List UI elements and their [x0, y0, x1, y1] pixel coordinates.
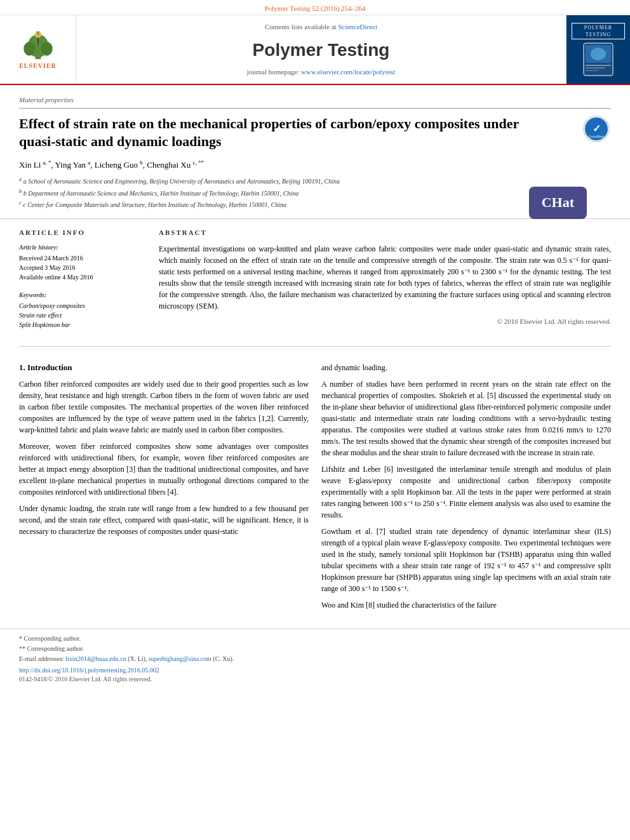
keywords-block: Keywords: Carbon/epoxy composites Strain… [19, 291, 146, 330]
intro-para-3: Under dynamic loading, the strain rate w… [19, 503, 309, 537]
journal-badge-area: POLYMER TESTING [566, 15, 630, 84]
issn-line: 0142-9418/© 2016 Elsevier Ltd. All right… [19, 675, 611, 684]
article-category: Material properties [19, 95, 611, 108]
intro-two-col: 1. Introduction Carbon fiber reinforced … [19, 362, 611, 616]
svg-rect-10 [586, 65, 611, 66]
affiliation-c: c c Center for Composite Materials and S… [19, 199, 611, 210]
svg-text:✓: ✓ [593, 123, 601, 134]
elsevier-tree-icon [16, 29, 60, 60]
body-section: 1. Introduction Carbon fiber reinforced … [0, 356, 630, 622]
author-licheng-guo: Licheng Guo b, [95, 160, 147, 170]
copyright-line: © 2016 Elsevier Ltd. All rights reserved… [159, 317, 611, 326]
journal-citation: Polymer Testing 52 (2016) 254–264 [0, 0, 630, 15]
intro-right-para-2: A number of studies have been performed … [321, 378, 611, 458]
svg-rect-5 [37, 32, 39, 35]
affiliation-b: b b Department of Astronautic Science an… [19, 188, 611, 198]
svg-rect-12 [586, 70, 598, 71]
journal-title: Polymer Testing [253, 37, 390, 62]
authors-line: Xin Li a, *, Ying Yan a, Licheng Guo b, … [19, 159, 611, 171]
svg-point-9 [591, 48, 606, 60]
keywords-label: Keywords: [19, 291, 146, 300]
email-link-1[interactable]: lixin2014@buaa.edu.cn [65, 655, 126, 662]
intro-para-1: Carbon fiber reinforced composites are w… [19, 378, 309, 436]
intro-section-title: 1. Introduction [19, 362, 309, 373]
keyword-3: Split Hopkinson bar [19, 321, 146, 330]
footnote-email: E-mail addresses: lixin2014@buaa.edu.cn … [19, 655, 611, 663]
article-info-heading: ARTICLE INFO [19, 228, 146, 237]
journal-homepage: journal homepage: www.elsevier.com/locat… [247, 67, 395, 77]
article-history: Article history: Received 24 March 2016 … [19, 243, 146, 282]
journal-title-area: Contents lists available at ScienceDirec… [76, 15, 566, 84]
author-xin-li: Xin Li a, *, [19, 160, 55, 170]
article-title: Effect of strain rate on the mechanical … [19, 115, 540, 151]
received-date: Received 24 March 2016 [19, 254, 146, 263]
homepage-link[interactable]: www.elsevier.com/locate/polytest [301, 68, 395, 76]
email-link-2[interactable]: superbighang@sina.com [149, 655, 211, 662]
article-history-label: Article history: [19, 243, 146, 252]
doi-link[interactable]: http://dx.doi.org/10.1016/j.polymertesti… [19, 666, 611, 675]
chat-button[interactable]: CHat [529, 187, 587, 219]
keyword-1: Carbon/epoxy composites [19, 302, 146, 310]
affiliation-a: a a School of Aeronautic Science and Eng… [19, 176, 611, 186]
elsevier-brand-text: ELSEVIER [19, 62, 57, 70]
polymer-testing-badge-icon [582, 42, 614, 77]
abstract-col: ABSTRACT Experimental investigations on … [159, 228, 611, 337]
science-direct-link[interactable]: ScienceDirect [338, 23, 377, 30]
badge-label: POLYMER TESTING [572, 23, 625, 39]
intro-right-col: and dynamic loading. A number of studies… [321, 362, 611, 616]
article-info-abstract: ARTICLE INFO Article history: Received 2… [0, 228, 630, 337]
intro-right-para-4: Gowtham et al. [7] studied strain rate d… [321, 526, 611, 594]
intro-right-para-5: Woo and Kim [8] studied the characterist… [321, 599, 611, 611]
footnote-asterisk2: ** Corresponding author. [19, 644, 611, 653]
svg-point-2 [23, 42, 35, 56]
intro-right-para-3: Lifshitz and Leber [6] investigated the … [321, 463, 611, 521]
contents-available-text: Contents lists available at ScienceDirec… [265, 22, 377, 32]
article-info-col: ARTICLE INFO Article history: Received 2… [19, 228, 146, 337]
svg-point-3 [41, 42, 52, 56]
intro-left-col: 1. Introduction Carbon fiber reinforced … [19, 362, 309, 616]
journal-header: ELSEVIER Contents lists available at Sci… [0, 15, 630, 85]
elsevier-logo-area: ELSEVIER [0, 15, 76, 84]
footnote-area: * Corresponding author. ** Corresponding… [0, 629, 630, 689]
intro-para-2: Moreover, woven fiber reinforced composi… [19, 441, 309, 498]
crossmark-icon: ✓ CrossMark [582, 115, 611, 143]
abstract-text: Experimental investigations on warp-knit… [159, 243, 611, 312]
intro-right-para-1: and dynamic loading. [321, 362, 611, 373]
affiliations: a a School of Aeronautic Science and Eng… [19, 176, 611, 210]
keyword-2: Strain rate effect [19, 311, 146, 320]
author-ying-yan: Ying Yan a, [55, 160, 95, 170]
svg-text:CrossMark: CrossMark [589, 135, 605, 138]
author-chenghai-xu: Chenghai Xu c, ** [147, 160, 204, 170]
svg-rect-11 [586, 67, 605, 69]
footnote-asterisk1: * Corresponding author. [19, 634, 611, 643]
accepted-date: Accepted 3 May 2016 [19, 263, 146, 272]
crossmark-area[interactable]: ✓ CrossMark [582, 115, 611, 147]
abstract-heading: ABSTRACT [159, 228, 611, 237]
available-date: Available online 4 May 2016 [19, 273, 146, 282]
